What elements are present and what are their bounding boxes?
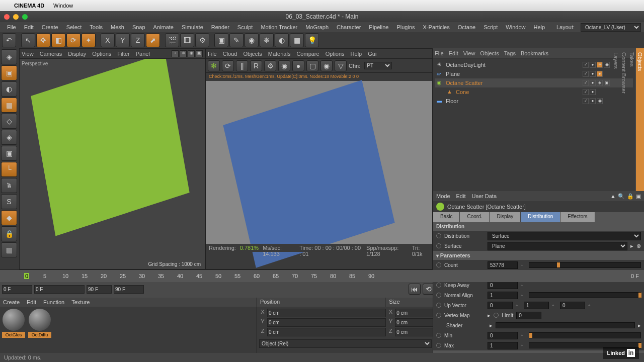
vp-nav2-icon[interactable]: ⊕	[180, 50, 187, 57]
cube-primitive-icon[interactable]: ▣	[214, 33, 228, 47]
tab-coord[interactable]: Coord.	[460, 212, 490, 222]
material-octglos[interactable]: OctGlos	[2, 309, 25, 338]
shader-field[interactable]	[496, 322, 635, 328]
vp-nav1-icon[interactable]: +	[172, 50, 179, 57]
count-slider[interactable]	[529, 262, 641, 268]
section-parameters[interactable]: ▾ Parameters	[433, 251, 644, 260]
obj-row-cone[interactable]: ▲ Cone ✓●	[435, 87, 633, 97]
maximize-window-icon[interactable]	[22, 14, 28, 20]
menu-plugins[interactable]: Plugins	[392, 23, 419, 32]
tab-distribution[interactable]: Distribution	[521, 212, 560, 222]
menu-help[interactable]: Help	[529, 23, 549, 32]
vp-menu-view[interactable]: View	[22, 51, 34, 57]
menu-file[interactable]: File	[3, 23, 20, 32]
menu-render[interactable]: Render	[207, 23, 233, 32]
menu-pipeline[interactable]: Pipeline	[365, 23, 392, 32]
clear-icon[interactable]: ⊗	[636, 243, 641, 249]
polygons-icon[interactable]: ▣	[1, 146, 17, 161]
oct-menu-compare[interactable]: Compare	[296, 51, 319, 57]
oct-send-icon[interactable]: ✻	[208, 60, 220, 71]
model-mode-icon[interactable]: ▣	[1, 65, 17, 80]
vp-menu-filter[interactable]: Filter	[117, 51, 129, 57]
generator-icon[interactable]: ◉	[245, 33, 259, 47]
limit-input[interactable]	[516, 312, 541, 319]
menu-create[interactable]: Create	[38, 23, 62, 32]
coord-mode-select[interactable]: Object (Rel)	[259, 339, 432, 348]
vp-menu-display[interactable]: Display	[68, 51, 86, 57]
timeline-ruler[interactable]: 0 5 10 15 20 25 30 35 40 45 50 55 60 65 …	[0, 270, 644, 282]
keepaway-input[interactable]	[488, 282, 518, 289]
normal-slider[interactable]	[529, 292, 641, 298]
light-icon[interactable]: 💡	[305, 33, 319, 47]
undo-icon[interactable]: ↶	[2, 33, 16, 47]
obj-menu-view[interactable]: View	[463, 50, 475, 56]
obj-row-daylight[interactable]: ☀ OctaneDayLight ✓●☀◉	[435, 60, 633, 69]
obj-menu-file[interactable]: File	[435, 50, 444, 56]
spline-icon[interactable]: ✎	[229, 33, 244, 47]
tab-display[interactable]: Display	[490, 212, 521, 222]
oct-lock-icon[interactable]: ▽	[335, 60, 347, 71]
oct-menu-objects[interactable]: Objects	[243, 51, 262, 57]
menu-simulate[interactable]: Simulate	[178, 23, 207, 32]
up-x-input[interactable]	[488, 302, 513, 309]
attr-new-icon[interactable]: ▣	[636, 193, 641, 200]
y-axis-icon[interactable]: Y	[116, 33, 130, 47]
normalalign-input[interactable]	[488, 292, 518, 299]
minimize-window-icon[interactable]	[13, 14, 19, 20]
attr-menu-mode[interactable]: Mode	[436, 193, 450, 199]
frame-end-input[interactable]	[114, 285, 144, 294]
tweak-icon[interactable]: 🖱	[1, 178, 17, 193]
oct-settings-icon[interactable]: ⚙	[264, 60, 276, 71]
pos-y-input[interactable]	[267, 318, 386, 327]
menu-snap[interactable]: Snap	[128, 23, 149, 32]
texture-mode-icon[interactable]: ◐	[1, 81, 17, 97]
oct-refresh-icon[interactable]: ⟳	[222, 60, 234, 71]
lock-icon[interactable]: 🔒	[1, 226, 17, 241]
oct-focus-icon[interactable]: ◉	[320, 60, 333, 71]
rotate-icon[interactable]: ⟳	[66, 33, 80, 47]
count-input[interactable]	[488, 261, 518, 269]
viewport-solo-icon[interactable]: ▦	[1, 242, 17, 257]
oct-pause-icon[interactable]: ‖	[236, 60, 248, 71]
deformer-icon[interactable]: ❋	[260, 33, 274, 47]
menu-character[interactable]: Character	[333, 23, 365, 32]
oct-menu-cloud[interactable]: Cloud	[223, 51, 237, 57]
obj-row-floor[interactable]: ▬ Floor ✓●◉	[435, 97, 633, 106]
mat-menu-edit[interactable]: Edit	[27, 299, 36, 305]
camera-icon[interactable]: ▦	[290, 33, 304, 47]
vp-menu-panel[interactable]: Panel	[136, 51, 150, 57]
obj-menu-bookmarks[interactable]: Bookmarks	[521, 50, 548, 56]
attr-menu-edit[interactable]: Edit	[456, 193, 466, 199]
link-arrow-icon[interactable]: ▸	[630, 243, 633, 249]
x-axis-icon[interactable]: X	[101, 33, 115, 47]
menu-edit[interactable]: Edit	[20, 23, 38, 32]
attr-menu-userdata[interactable]: User Data	[472, 193, 497, 199]
axis-icon[interactable]: └	[1, 162, 17, 177]
slider-end-input[interactable]	[87, 285, 112, 294]
snap-icon[interactable]: S	[1, 194, 17, 209]
frame-start-input[interactable]	[2, 285, 32, 294]
move-icon[interactable]: ✥	[36, 33, 50, 47]
menu-sculpt[interactable]: Sculpt	[233, 23, 257, 32]
oct-clay-icon[interactable]: ▢	[306, 60, 318, 71]
vp-nav3-icon[interactable]: ◉	[188, 50, 195, 57]
vp-menu-options[interactable]: Options	[92, 51, 111, 57]
pos-z-input[interactable]	[267, 328, 386, 336]
obj-menu-objects[interactable]: Objects	[480, 50, 499, 56]
workplane-icon[interactable]: ▦	[1, 98, 17, 113]
attr-lock-icon[interactable]: 🔒	[627, 193, 634, 200]
shader-menu-icon[interactable]: ▸	[638, 322, 641, 329]
oct-region-icon[interactable]: R	[250, 60, 262, 71]
menu-animate[interactable]: Animate	[149, 23, 178, 32]
oct-menu-options[interactable]: Options	[326, 51, 345, 57]
goto-start-icon[interactable]: ⏮	[409, 284, 421, 295]
menu-octane[interactable]: Octane	[454, 23, 479, 32]
environment-icon[interactable]: ◐	[275, 33, 289, 47]
slider-start-input[interactable]	[34, 285, 85, 294]
oct-menu-file[interactable]: File	[208, 51, 217, 57]
workplane2-icon[interactable]: ◆	[1, 210, 17, 225]
oct-mode-select[interactable]: PT	[364, 62, 392, 69]
vp-nav4-icon[interactable]: ▣	[196, 50, 203, 57]
obj-row-scatter[interactable]: ◉ Octane Scatter ✓●◈▣	[435, 78, 633, 87]
layout-select[interactable]: Octane_LV (User)	[581, 23, 641, 32]
